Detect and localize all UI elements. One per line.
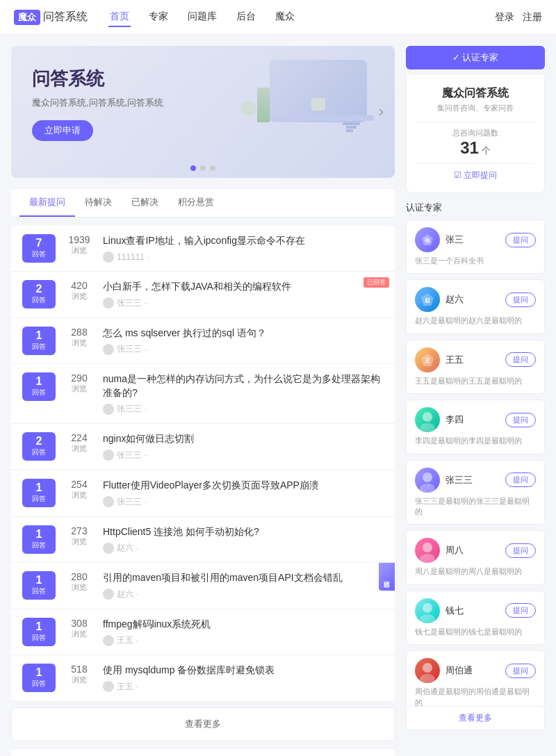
view-more-button[interactable]: 查看更多 — [11, 707, 395, 741]
q-username: 张三三 — [117, 496, 142, 508]
question-item: 已回答 2 回答 420 浏览 小白新手，怎样下载JAVA和相关的编程软件 张三… — [11, 272, 395, 318]
expert-avatar — [415, 598, 440, 623]
q-view-count: 308 浏览 — [64, 618, 95, 639]
expert-card: 王 王五 提问 王五是最聪明的王五是最聪明的 — [406, 340, 545, 394]
expert-ask-button[interactable]: 提问 — [505, 413, 536, 427]
expert-desc: 周伯通是最聪明的周伯通是最聪明的 — [415, 687, 536, 706]
q-body: 使用 mysqldump 备份数据库时避免锁表 王五 · — [103, 664, 384, 693]
q-meta: 王五 · — [103, 634, 384, 646]
q-meta: 张三三 · — [103, 343, 384, 355]
expert-ask-button[interactable]: 提问 — [505, 472, 536, 487]
expert-avatar — [415, 468, 440, 493]
q-answer-count: 1 回答 — [22, 327, 56, 355]
q-title[interactable]: ffmpeg解码linux系统死机 — [103, 618, 384, 632]
nav-link-qbank[interactable]: 问题库 — [186, 8, 218, 27]
count-number: 31 — [460, 138, 479, 157]
q-meta: 张三三 · — [103, 403, 384, 415]
banner-apply-button[interactable]: 立即申请 — [32, 120, 93, 141]
expert-top: 钱七 提问 — [415, 598, 536, 623]
expert-card: 李四 提问 李四是最聪明的李四是最聪明的 — [406, 400, 545, 454]
q-answer-count: 2 回答 — [22, 280, 56, 309]
q-body: ffmpeg解码linux系统死机 王五 · — [103, 618, 384, 647]
question-item: 2 回答 224 浏览 nginx如何做日志切割 张三三 · — [11, 424, 395, 470]
banner-dot-2[interactable] — [200, 165, 206, 171]
q-title[interactable]: numa是一种怎样的内存访问方式，为什么说它是为多处理器架构准备的? — [103, 372, 384, 400]
q-title[interactable]: 使用 mysqldump 备份数据库时避免锁表 — [103, 664, 384, 677]
nav-link-expert[interactable]: 专家 — [147, 8, 170, 27]
brand: 魔众 问答系统 — [14, 10, 88, 25]
q-answer-count: 1 回答 — [22, 525, 56, 554]
q-username: 张三三 — [117, 450, 142, 461]
q-body: nginx如何做日志切割 张三三 · — [103, 432, 384, 461]
expert-card: 钱七 提问 钱七是最聪明的钱七是最聪明的 — [406, 591, 545, 645]
avatar-icon — [415, 407, 440, 432]
svg-point-29 — [420, 484, 435, 493]
question-item: 1 回答 290 浏览 numa是一种怎样的内存访问方式，为什么说它是为多处理器… — [11, 364, 395, 424]
q-title[interactable]: nginx如何做日志切割 — [103, 432, 384, 446]
avatar-icon: 赵 — [420, 293, 434, 306]
expert-ask-button[interactable]: 提问 — [505, 233, 536, 247]
experts-section-title: 认证专家 — [406, 202, 545, 214]
avatar-icon — [415, 598, 440, 623]
banner-dot-3[interactable] — [210, 165, 215, 171]
banner-dot-1[interactable] — [190, 165, 196, 171]
q-body: 引用的maven项目和被引用的maven项目API文档会错乱 赵六 · — [103, 571, 384, 600]
q-user-avatar — [103, 404, 114, 415]
tab-latest[interactable]: 最新提问 — [19, 189, 75, 217]
expert-top: 张三三 提问 — [415, 468, 536, 493]
q-title[interactable]: 小白新手，怎样下载JAVA和相关的编程软件 — [103, 280, 384, 294]
q-view-count: 224 浏览 — [64, 432, 95, 454]
banner-next-arrow[interactable]: › — [379, 103, 384, 121]
question-item: 1 回答 308 浏览 ffmpeg解码linux系统死机 王五 · — [11, 609, 395, 656]
avatar-icon — [415, 538, 440, 563]
q-title[interactable]: Linux查看IP地址，输入ipconfig显示命令不存在 — [103, 234, 384, 248]
q-body: numa是一种怎样的内存访问方式，为什么说它是为多处理器架构准备的? 张三三 · — [103, 372, 384, 415]
q-username: 王五 — [117, 681, 133, 693]
nav-link-mozhong[interactable]: 魔众 — [274, 8, 296, 27]
expert-ask-button[interactable]: 提问 — [505, 603, 536, 618]
svg-point-33 — [420, 614, 435, 623]
left-column: 问答系统 魔众问答系统,问答系统,问答系统 立即申请 › 最新提问 待解决 已解… — [11, 46, 395, 756]
banner-dots — [190, 165, 215, 171]
q-meta: 赵六 · — [103, 542, 384, 554]
q-title[interactable]: HttpClient5 连接池 如何手动初始化? — [103, 525, 384, 539]
q-username: 张三三 — [117, 403, 142, 415]
expert-ask-button[interactable]: 提问 — [505, 293, 536, 307]
q-username: 赵六 — [117, 589, 133, 600]
count-unit: 个 — [482, 145, 491, 156]
q-view-count: 273 浏览 — [64, 525, 95, 547]
q-title[interactable]: 引用的maven项目和被引用的maven项目API文档会错乱 — [103, 571, 384, 585]
q-view-count: 518 浏览 — [64, 664, 95, 685]
ask-question-button[interactable]: ☑ 立即提问 — [416, 170, 534, 181]
q-view-count: 1939 浏览 — [64, 234, 95, 256]
q-view-count: 280 浏览 — [64, 571, 95, 593]
login-button[interactable]: 登录 — [495, 11, 514, 24]
q-view-count: 288 浏览 — [64, 327, 95, 348]
expert-ask-button[interactable]: 提问 — [505, 352, 536, 367]
expert-ask-button[interactable]: 提问 — [505, 543, 536, 558]
tab-pending[interactable]: 待解决 — [75, 189, 122, 217]
see-more-experts-button[interactable]: 查看更多 — [406, 706, 545, 730]
q-body: 小白新手，怎样下载JAVA和相关的编程软件 张三三 · — [103, 280, 384, 309]
q-new-badge: 已回答 — [363, 277, 389, 288]
expert-card: 赵 赵六 提问 赵六是最聪明的赵六是最聪明的 — [406, 279, 545, 334]
q-title[interactable]: Flutter使用VideoPlayer多次切换页面导致APP崩溃 — [103, 479, 384, 493]
expert-ask-button[interactable]: 提问 — [505, 664, 536, 678]
expert-desc: 李四是最聪明的李四是最聪明的 — [415, 436, 536, 446]
q-user-avatar — [103, 344, 114, 355]
avatar-icon — [415, 468, 440, 493]
nav-link-home[interactable]: 首页 — [108, 8, 131, 27]
svg-point-27 — [420, 423, 435, 432]
q-answer-count: 1 回答 — [22, 479, 56, 507]
tab-bounty[interactable]: 积分悬赏 — [168, 189, 224, 217]
banner-subtitle: 魔众问答系统,问答系统,问答系统 — [32, 97, 163, 109]
expert-top: 周伯通 提问 — [415, 658, 536, 683]
register-button[interactable]: 注册 — [523, 11, 542, 24]
expert-card: 张 张三 提问 张三是一个百科全书 — [406, 220, 545, 274]
question-item: 已回答 1 回答 280 浏览 引用的maven项目和被引用的maven项目AP… — [11, 563, 395, 609]
nav-link-admin[interactable]: 后台 — [235, 8, 257, 27]
expert-avatar: 张 — [415, 227, 440, 252]
tab-solved[interactable]: 已解决 — [122, 189, 168, 217]
q-title[interactable]: 怎么 ms sqlserver 执行过的sql 语句？ — [103, 327, 384, 340]
certified-expert-button[interactable]: ✓ 认证专家 — [406, 46, 545, 69]
